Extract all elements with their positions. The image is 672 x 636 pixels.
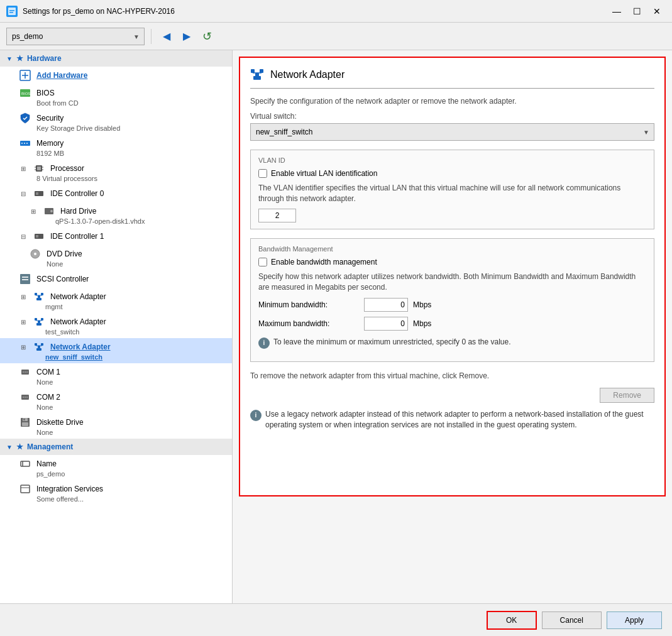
net-mgmt-sublabel: mgmt bbox=[45, 303, 226, 310]
info-icon: i bbox=[258, 337, 270, 349]
vlan-checkbox-label[interactable]: Enable virtual LAN identification bbox=[271, 169, 377, 178]
sidebar-item-security[interactable]: Security Key Storage Drive disabled bbox=[0, 109, 232, 134]
svg-rect-66 bbox=[260, 69, 263, 73]
refresh-button[interactable]: ↺ bbox=[198, 28, 216, 45]
sidebar-item-ide0[interactable]: ⊟ IDE Controller 0 bbox=[0, 185, 232, 202]
cancel-button[interactable]: Cancel bbox=[542, 611, 602, 629]
hardware-label: Hardware bbox=[27, 54, 62, 63]
sidebar-item-net-mgmt[interactable]: ⊞ Network Adapter mgmt bbox=[0, 288, 232, 313]
svg-point-54 bbox=[26, 397, 28, 398]
integration-sublabel: Some offered... bbox=[36, 495, 226, 503]
vlan-value-input[interactable] bbox=[258, 209, 296, 222]
sidebar-item-add-hardware[interactable]: Add Hardware bbox=[0, 67, 232, 84]
hard-drive-sublabel: qPS-1.3.0-7-open-disk1.vhdx bbox=[55, 217, 226, 225]
sidebar-item-diskette[interactable]: Diskette Drive None bbox=[0, 414, 232, 439]
sidebar-item-dvd-drive[interactable]: DVD Drive None bbox=[0, 245, 232, 270]
processor-icon bbox=[33, 162, 45, 175]
management-chevron-icon: ▼ bbox=[6, 444, 13, 451]
processor-label: Processor bbox=[50, 164, 84, 173]
svg-rect-64 bbox=[255, 73, 259, 77]
back-button[interactable]: ◀ bbox=[158, 28, 175, 45]
svg-rect-42 bbox=[38, 346, 40, 348]
vlan-checkbox[interactable] bbox=[258, 169, 267, 178]
svg-point-52 bbox=[23, 397, 24, 398]
minimize-button[interactable]: — bbox=[608, 4, 625, 18]
sidebar-item-scsi[interactable]: SCSI Controller bbox=[0, 270, 232, 288]
net-test-sublabel: test_switch bbox=[45, 328, 226, 336]
svg-rect-0 bbox=[8, 8, 16, 15]
bandwidth-checkbox[interactable] bbox=[258, 258, 267, 266]
add-hardware-label: Add Hardware bbox=[36, 71, 87, 80]
net-test-label: Network Adapter bbox=[50, 317, 106, 326]
sidebar-item-com2[interactable]: COM 2 None bbox=[0, 388, 232, 414]
sidebar-item-name[interactable]: Name ps_demo bbox=[0, 455, 232, 480]
svg-rect-61 bbox=[21, 485, 30, 493]
hardware-icon: ★ bbox=[16, 54, 23, 63]
min-bandwidth-label: Minimum bandwidth: bbox=[258, 300, 359, 309]
virtual-switch-group: Virtual switch: new_sniff_switch ▼ bbox=[250, 112, 654, 141]
sidebar-item-processor[interactable]: ⊞ Processor 8 Virtual processors bbox=[0, 160, 232, 185]
memory-icon bbox=[19, 137, 31, 150]
ide1-label: IDE Controller 1 bbox=[50, 232, 104, 241]
diskette-sublabel: None bbox=[36, 429, 226, 436]
content-box: Network Adapter Specify the configuratio… bbox=[239, 57, 666, 496]
vlan-section-label: VLAN ID bbox=[258, 156, 646, 164]
vm-select[interactable]: ps_demo bbox=[6, 28, 145, 45]
sidebar-hardware-section[interactable]: ▼ ★ Hardware bbox=[0, 50, 232, 67]
svg-rect-31 bbox=[35, 293, 37, 295]
sidebar-item-integration[interactable]: Integration Services Some offered... bbox=[0, 480, 232, 505]
sidebar-item-net-test[interactable]: ⊞ Network Adapter test_switch bbox=[0, 313, 232, 338]
name-icon bbox=[19, 458, 31, 470]
net-selected-sublabel: new_sniff_switch bbox=[45, 353, 226, 361]
net-mgmt-icon bbox=[33, 290, 45, 303]
sidebar-item-bios[interactable]: BIOS BIOS Boot from CD bbox=[0, 84, 232, 109]
forward-button[interactable]: ▶ bbox=[178, 28, 196, 45]
svg-rect-59 bbox=[21, 461, 30, 466]
name-label: Name bbox=[36, 459, 57, 468]
diskette-label: Diskette Drive bbox=[36, 418, 84, 427]
net-mgmt-expand-icon: ⊞ bbox=[19, 292, 28, 301]
legacy-info-row: i Use a legacy network adapter instead o… bbox=[250, 409, 654, 430]
max-bandwidth-input[interactable] bbox=[364, 317, 408, 331]
bios-icon: BIOS bbox=[19, 87, 31, 99]
security-label: Security bbox=[36, 114, 63, 123]
sidebar-item-net-selected[interactable]: ⊞ Network Adapter new_sniff_switch bbox=[0, 338, 232, 363]
maximize-button[interactable]: ☐ bbox=[628, 4, 646, 18]
com1-sublabel: None bbox=[36, 378, 226, 386]
sidebar-item-ide1[interactable]: ⊟ IDE Controller 1 bbox=[0, 228, 232, 245]
window-controls: — ☐ ✕ bbox=[608, 4, 666, 18]
remove-description: To remove the network adapter from this … bbox=[250, 371, 654, 381]
svg-rect-65 bbox=[251, 69, 255, 73]
svg-point-48 bbox=[23, 371, 24, 373]
main-content: ▼ ★ Hardware Add Hardware BIOS BIOS Boot… bbox=[0, 50, 672, 603]
sidebar-item-com1[interactable]: COM 1 None bbox=[0, 363, 232, 388]
svg-rect-30 bbox=[38, 295, 40, 298]
vlan-description: The VLAN identifier specifies the virtua… bbox=[258, 183, 646, 204]
sidebar-item-hard-drive[interactable]: ⊞ Hard Drive qPS-1.3.0-7-open-disk1.vhdx bbox=[0, 202, 232, 228]
sidebar-item-memory[interactable]: Memory 8192 MB bbox=[0, 134, 232, 160]
svg-point-21 bbox=[50, 210, 53, 212]
svg-rect-27 bbox=[22, 277, 28, 278]
management-label: Management bbox=[27, 442, 73, 451]
hardware-chevron-icon: ▼ bbox=[6, 55, 13, 62]
apply-button[interactable]: Apply bbox=[607, 611, 662, 629]
ide0-label: IDE Controller 0 bbox=[50, 189, 104, 198]
memory-sublabel: 8192 MB bbox=[36, 150, 226, 157]
svg-point-25 bbox=[34, 253, 36, 255]
sidebar-management-section[interactable]: ▼ ★ Management bbox=[0, 439, 232, 455]
svg-rect-32 bbox=[41, 293, 43, 295]
title-bar: Settings for ps_demo on NAC-HYPERV-2016 … bbox=[0, 0, 672, 23]
svg-rect-44 bbox=[41, 343, 43, 346]
min-bandwidth-unit: Mbps bbox=[413, 300, 431, 309]
remove-button[interactable]: Remove bbox=[600, 388, 654, 403]
com2-icon bbox=[19, 391, 31, 403]
max-bandwidth-label: Maximum bandwidth: bbox=[258, 319, 359, 328]
virtual-switch-select[interactable]: new_sniff_switch bbox=[250, 123, 654, 141]
bandwidth-checkbox-label[interactable]: Enable bandwidth management bbox=[271, 258, 377, 266]
bandwidth-section: Bandwidth Management Enable bandwidth ma… bbox=[250, 238, 654, 362]
min-bandwidth-input[interactable] bbox=[364, 298, 408, 312]
close-button[interactable]: ✕ bbox=[648, 4, 666, 18]
sidebar: ▼ ★ Hardware Add Hardware BIOS BIOS Boot… bbox=[0, 50, 233, 603]
svg-rect-11 bbox=[26, 143, 28, 144]
ok-button[interactable]: OK bbox=[487, 611, 537, 630]
